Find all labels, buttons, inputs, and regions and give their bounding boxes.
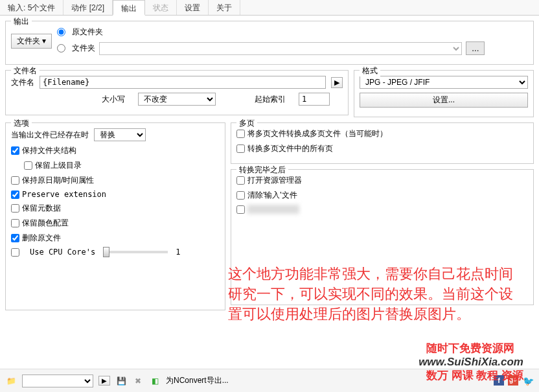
radio-original-folder[interactable]: [57, 28, 65, 36]
after-fieldset-label: 转换完毕之后: [236, 165, 288, 176]
filename-fieldset-label: 文件名: [11, 65, 40, 76]
filename-label: 文件名: [11, 77, 34, 88]
tab-bar: 输入: 5个文件 动作 [2/2] 输出 状态 设置 关于: [0, 0, 539, 16]
preset-play-button[interactable]: ▶: [98, 376, 110, 386]
convert-multi-checkbox[interactable]: [236, 130, 245, 138]
output-label: 输出: [11, 16, 32, 27]
open-explorer-label[interactable]: 打开资源管理器: [247, 175, 302, 186]
convert-multi-label[interactable]: 将多页文件转换成多页文件（当可能时）: [247, 128, 387, 139]
hidden-option-checkbox[interactable]: [236, 205, 245, 214]
delete-icon[interactable]: ✖: [132, 375, 144, 387]
radio-custom-folder-label[interactable]: 文件夹: [72, 43, 95, 54]
tab-about[interactable]: 关于: [209, 0, 240, 15]
keep-meta-label[interactable]: 保留元数据: [22, 203, 61, 214]
folder-dropdown-button[interactable]: 文件夹 ▾: [11, 34, 52, 49]
keep-color-label[interactable]: 保留颜色配置: [22, 218, 69, 229]
watermark-1: 随时下免费资源网: [426, 341, 514, 356]
tab-input[interactable]: 输入: 5个文件: [0, 0, 63, 15]
folder-path-select[interactable]: [99, 42, 462, 55]
annotation-text: 这个地方功能非常强大，需要你自己花点时间研究一下，可以实现不同的效果。当前这个设…: [228, 264, 526, 324]
tab-actions[interactable]: 动作 [2/2]: [63, 0, 113, 15]
clear-input-label[interactable]: 清除'输入'文件: [247, 190, 297, 201]
open-explorer-checkbox[interactable]: [236, 176, 245, 185]
format-fieldset: 格式 JPG - JPEG / JFIF 设置...: [354, 70, 534, 117]
exists-label: 当输出文件已经存在时: [11, 130, 89, 141]
keep-date-label[interactable]: 保持原日期/时间属性: [22, 175, 94, 186]
case-select[interactable]: 不改变: [138, 93, 216, 106]
keep-color-checkbox[interactable]: [11, 219, 19, 227]
keep-meta-checkbox[interactable]: [11, 204, 19, 213]
delete-original-label[interactable]: 删除原文件: [22, 233, 61, 244]
nconvert-export-label[interactable]: 为NConvert导出...: [166, 375, 229, 386]
folder-icon[interactable]: 📁: [5, 375, 17, 387]
preserve-ext-label[interactable]: Preserve extension: [22, 190, 106, 199]
filename-input[interactable]: [40, 76, 326, 89]
startindex-label: 起始索引: [255, 94, 286, 105]
delete-original-checkbox[interactable]: [11, 234, 19, 242]
keep-folder-structure-checkbox[interactable]: [11, 146, 19, 155]
options-fieldset: 选项 当输出文件已经存在时 替换 保持文件夹结构 保留上级目录 保持原日期/时间…: [5, 122, 225, 310]
cores-slider[interactable]: [103, 251, 168, 253]
exists-action-select[interactable]: 替换: [94, 128, 146, 141]
cores-value: 1: [176, 248, 180, 257]
keep-date-checkbox[interactable]: [11, 176, 19, 185]
tab-settings[interactable]: 设置: [177, 0, 209, 15]
twitter-icon[interactable]: 🐦: [522, 375, 534, 387]
filename-fieldset: 文件名 文件名 ▶ 大小写 不改变 起始索引: [5, 70, 349, 115]
format-fieldset-label: 格式: [360, 65, 380, 76]
startindex-input[interactable]: [299, 93, 330, 106]
convert-all-pages-checkbox[interactable]: [236, 144, 245, 153]
output-fieldset: 输出 文件夹 ▾ 原文件夹 文件夹 ...: [5, 21, 534, 65]
keep-folder-structure-label[interactable]: 保持文件夹结构: [22, 145, 76, 156]
slider-thumb[interactable]: [103, 247, 109, 257]
keep-parent-dir-label[interactable]: 保留上级目录: [35, 160, 82, 171]
chevron-down-icon: ▾: [42, 36, 46, 45]
watermark-3: 数万 网课 教程 资源: [426, 368, 523, 383]
preset-select[interactable]: [22, 375, 93, 387]
use-cores-checkbox[interactable]: [11, 248, 19, 257]
convert-all-pages-label[interactable]: 转换多页文件中的所有页: [247, 143, 333, 154]
radio-original-folder-label[interactable]: 原文件夹: [72, 27, 103, 38]
format-settings-button[interactable]: 设置...: [360, 93, 528, 108]
use-cores-label[interactable]: Use CPU Core's: [30, 248, 95, 257]
options-fieldset-label: 选项: [11, 118, 32, 129]
radio-custom-folder[interactable]: [57, 44, 65, 52]
keep-parent-dir-checkbox[interactable]: [24, 161, 32, 170]
save-icon[interactable]: 💾: [115, 375, 127, 387]
clear-input-checkbox[interactable]: [236, 191, 245, 200]
preserve-ext-checkbox[interactable]: [11, 190, 19, 199]
browse-folder-button[interactable]: ...: [466, 41, 485, 55]
watermark-2: www.SuiShiXia.com: [419, 356, 523, 369]
filename-template-button[interactable]: ▶: [331, 77, 343, 88]
multipage-fieldset-label: 多页: [236, 118, 257, 129]
format-select[interactable]: JPG - JPEG / JFIF: [360, 76, 528, 89]
hidden-option-label[interactable]: [247, 205, 299, 214]
tab-status[interactable]: 状态: [145, 0, 177, 15]
multipage-fieldset: 多页 将多页文件转换成多页文件（当可能时） 转换多页文件中的所有页: [231, 122, 534, 164]
case-label: 大小写: [102, 94, 125, 105]
tab-output[interactable]: 输出: [113, 0, 145, 16]
nconvert-icon: ◧: [149, 375, 161, 387]
